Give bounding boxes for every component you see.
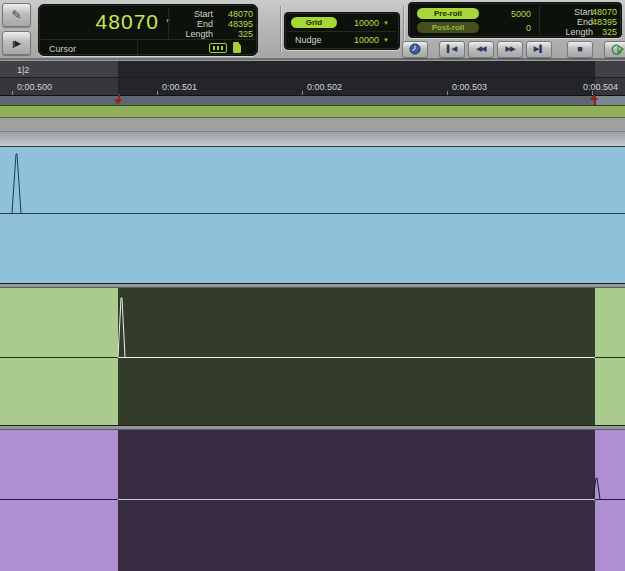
lcd-divider <box>539 6 540 36</box>
transport-panel: Pre-roll 5000 Post-roll 0 Start 48070 En… <box>408 2 622 38</box>
selection-start-flag[interactable] <box>114 94 123 105</box>
lcd-divider <box>41 39 255 40</box>
minsec-tick-label: 0:00.500 <box>17 82 52 92</box>
nudge-label: Nudge <box>295 35 322 45</box>
edit-end-value[interactable]: 48395 <box>189 19 253 29</box>
fast-forward-button[interactable]: ▶▶ <box>497 41 523 58</box>
pencil-icon: ✎ <box>11 8 21 22</box>
preroll-value[interactable]: 5000 <box>487 9 531 19</box>
grid-mode-pill[interactable]: Grid <box>291 17 337 28</box>
waveform-zero-line <box>0 499 118 500</box>
toolbar: ✎ |▶ 48070 ▼ Start 48070 End 48395 Lengt… <box>0 0 625 60</box>
min-sec-ruler[interactable]: 0:00.500 0:00.501 0:00.502 0:00.503 0:00… <box>0 78 625 96</box>
pro-tools-edit-window: ✎ |▶ 48070 ▼ Start 48070 End 48395 Lengt… <box>0 0 625 571</box>
waveform-spike <box>116 296 128 358</box>
waveform-zero-line <box>0 357 118 358</box>
track-header-strip[interactable] <box>0 131 625 147</box>
grid-nudge-panel: Grid 10000 ▼ Nudge 10000 ▼ <box>284 12 400 50</box>
ruler-tick <box>157 91 158 95</box>
nudge-dropdown-icon[interactable]: ▼ <box>383 37 389 43</box>
rewind-button[interactable]: ◀◀ <box>468 41 494 58</box>
ruler-selection-highlight <box>118 61 595 77</box>
keyboard-icon-dot <box>217 46 219 50</box>
lcd-divider <box>168 8 169 39</box>
transport-buttons: ▌◀ ◀◀ ▶▶ ▶▌ ■ <box>402 40 625 58</box>
stop-icon: ■ <box>577 44 582 54</box>
minsec-tick-label: 0:00.502 <box>307 82 342 92</box>
pencil-tool-button[interactable]: ✎ <box>2 3 31 27</box>
main-counter-panel: 48070 ▼ Start 48070 End 48395 Length 325… <box>38 4 258 56</box>
gray-track-band[interactable] <box>0 117 625 131</box>
expand-arrow-icon: |▶ <box>12 39 20 48</box>
bars-beats-ruler[interactable]: 1|2 <box>0 61 625 78</box>
waveform-zero-line <box>118 357 595 358</box>
audio-track-green-lane[interactable] <box>0 288 625 425</box>
waveform-zero-line <box>0 213 625 214</box>
keyboard-icon-dot <box>213 46 215 50</box>
stop-button[interactable]: ■ <box>567 41 593 58</box>
waveform-spike <box>592 477 602 500</box>
selection-end-flag[interactable] <box>590 94 599 105</box>
clock-icon <box>409 43 421 55</box>
grid-value[interactable]: 10000 <box>341 18 379 28</box>
toolbar-divider <box>280 6 281 52</box>
ruler-tick <box>302 91 303 95</box>
minsec-tick-label: 0:00.501 <box>162 82 197 92</box>
nudge-value[interactable]: 10000 <box>341 35 379 45</box>
ruler-tick <box>447 91 448 95</box>
olive-track-band[interactable] <box>0 105 625 117</box>
go-to-end-icon: ▶▌ <box>534 45 544 53</box>
keyboard-icon[interactable] <box>209 43 227 53</box>
bars-beats-tick-label: 1|2 <box>17 65 29 75</box>
lcd-divider <box>287 31 397 32</box>
fast-forward-icon: ▶▶ <box>506 45 515 53</box>
ruler-tick <box>12 91 13 95</box>
lcd-divider <box>137 41 138 56</box>
postroll-pill[interactable]: Post-roll <box>417 22 479 33</box>
return-to-zero-icon: ▌◀ <box>447 45 457 53</box>
cursor-label: Cursor <box>49 44 76 54</box>
expand-tools-button[interactable]: |▶ <box>2 31 31 55</box>
return-to-zero-button[interactable]: ▌◀ <box>439 41 465 58</box>
preroll-pill[interactable]: Pre-roll <box>417 8 479 19</box>
minsec-tick-label: 0:00.504 <box>583 82 618 92</box>
play-loop-icon <box>609 43 625 56</box>
postroll-value[interactable]: 0 <box>487 23 531 33</box>
waveform-zero-line <box>118 499 595 500</box>
online-button[interactable] <box>402 41 428 58</box>
edit-length-value[interactable]: 325 <box>189 29 253 39</box>
minsec-tick-label: 0:00.503 <box>452 82 487 92</box>
rewind-icon: ◀◀ <box>477 45 486 53</box>
grid-dropdown-icon[interactable]: ▼ <box>383 20 389 26</box>
audio-track-purple-lane[interactable] <box>0 430 625 571</box>
waveform-zero-line <box>595 357 625 358</box>
edit-start-value[interactable]: 48070 <box>189 9 253 19</box>
waveform-spike <box>11 153 23 214</box>
ruler-base-strip <box>0 96 625 105</box>
go-to-end-button[interactable]: ▶▌ <box>526 41 552 58</box>
play-button[interactable] <box>604 41 625 58</box>
transport-end-value[interactable]: 48395 <box>559 17 617 27</box>
transport-length-value[interactable]: 325 <box>559 27 617 37</box>
main-counter-value[interactable]: 48070 <box>57 10 159 34</box>
page-icon[interactable] <box>233 42 241 53</box>
transport-start-value[interactable]: 48070 <box>559 7 617 17</box>
edit-selection-region <box>118 430 595 571</box>
keyboard-icon-dot <box>221 46 223 50</box>
audio-track-blue-lane[interactable] <box>0 147 625 283</box>
ruler-base-strip-light <box>595 96 625 105</box>
